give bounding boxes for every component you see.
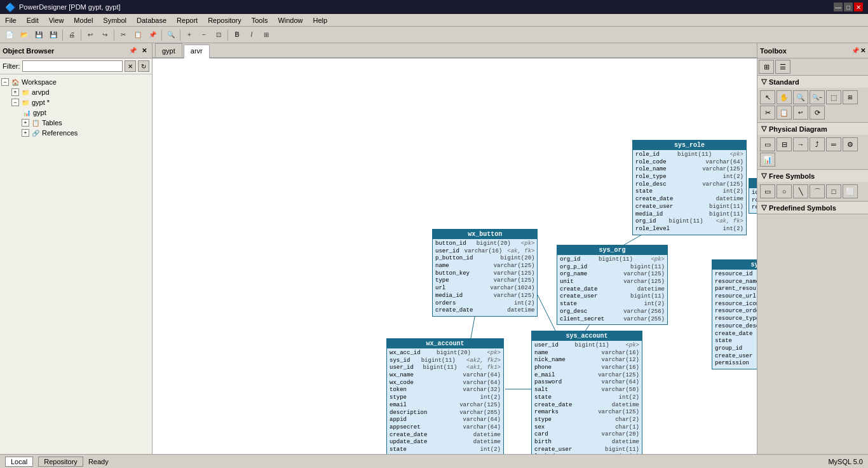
filter-input[interactable]: [22, 60, 123, 72]
tree-expand-tables[interactable]: +: [22, 119, 29, 127]
toolbox-section-standard-header[interactable]: ▽ Standard: [757, 76, 868, 88]
toolbox-list-view-button[interactable]: ☰: [775, 60, 790, 74]
tree-workspace[interactable]: − 🏠 Workspace: [1, 77, 151, 87]
menu-tools[interactable]: Tools: [247, 15, 273, 25]
filter-clear-button[interactable]: ✕: [125, 60, 136, 72]
toolbox-pin-button[interactable]: 📌: [851, 47, 859, 54]
menu-window[interactable]: Window: [273, 15, 308, 25]
tree-gypt[interactable]: − 📁 gypt *: [1, 97, 151, 107]
menu-view[interactable]: View: [44, 15, 69, 25]
tb-cut[interactable]: ✂: [116, 29, 130, 41]
table-sys-role-body: role_idbigint(11)<pk> role_codevarchar(6…: [633, 150, 746, 235]
tb-paste[interactable]: 📌: [146, 29, 159, 41]
tree-expand-references[interactable]: +: [22, 129, 29, 137]
ob-close-button[interactable]: ✕: [139, 46, 149, 56]
table-sys-role[interactable]: sys_role role_idbigint(11)<pk> role_code…: [632, 140, 747, 235]
tb-italic[interactable]: I: [245, 29, 259, 41]
toolbox-view-button[interactable]: ⊟: [776, 137, 792, 151]
toolbox-grid-view-button[interactable]: ⊞: [759, 60, 774, 74]
menu-model[interactable]: Model: [69, 15, 98, 25]
toolbox-zoom-in-button[interactable]: 🔍: [793, 90, 808, 104]
toolbox-zoom-out-button[interactable]: 🔍−: [810, 90, 825, 104]
tb-new[interactable]: 📄: [3, 29, 17, 41]
tree-expand-gypt[interactable]: −: [11, 99, 19, 106]
toolbox-fill-button[interactable]: ⬜: [843, 184, 858, 198]
toolbox-rounded-button[interactable]: □: [826, 184, 841, 198]
menu-report[interactable]: Report: [172, 15, 203, 25]
menu-file[interactable]: File: [0, 15, 22, 25]
toolbox-ref-button[interactable]: →: [793, 137, 808, 151]
tables-icon: 📋: [31, 118, 41, 127]
tb-open[interactable]: 📂: [17, 29, 31, 41]
toolbox-settings-button[interactable]: ⚙: [843, 137, 858, 151]
tb-zoom-out[interactable]: −: [197, 29, 211, 41]
tree-references[interactable]: + 🔗 References: [1, 128, 151, 138]
tb-find[interactable]: 🔍: [164, 29, 178, 41]
tree-expand-workspace[interactable]: −: [1, 78, 9, 86]
tb-bold[interactable]: B: [230, 29, 244, 41]
erd-row: user_idbigint(11)<pk>: [534, 342, 639, 350]
tb-print[interactable]: 🖨: [65, 29, 79, 41]
menu-repository[interactable]: Repository: [203, 15, 247, 25]
maximize-button[interactable]: □: [844, 3, 853, 11]
table-sys-org[interactable]: sys_org org_idbigint(11)<pk> org_p_idbig…: [557, 245, 668, 325]
tree-gypt-diagram[interactable]: 📊 gypt: [1, 107, 151, 118]
menu-help[interactable]: Help: [308, 15, 333, 25]
tab-gypt[interactable]: gypt: [155, 43, 182, 57]
erd-row: create_datedatetime: [390, 432, 501, 439]
toolbox-line-button[interactable]: ╲: [793, 184, 808, 198]
toolbox-link-button[interactable]: ⟳: [810, 106, 825, 120]
toolbox-rect-button[interactable]: ▭: [760, 184, 775, 198]
tab-arvr[interactable]: arvr: [184, 45, 210, 59]
tb-save-all[interactable]: 💾: [46, 29, 60, 41]
erd-row: org_idbigint(11)<pk>: [560, 256, 665, 264]
toolbox-arc-button[interactable]: ⌒: [810, 184, 825, 198]
toolbar-separator-4: [161, 29, 162, 41]
table-sys-resource[interactable]: sys_resource resource_idbigint(11)<pk> r…: [712, 259, 757, 369]
statusbar-repository-tab[interactable]: Repository: [38, 457, 83, 467]
tree-expand-arvpd[interactable]: +: [11, 88, 19, 96]
toolbox-section-physical-header[interactable]: ▽ Physical Diagram: [757, 123, 868, 135]
toolbox-zoom-sel-button[interactable]: ⬚: [826, 90, 841, 104]
erd-row: group_idint(2): [715, 345, 757, 353]
menu-symbol[interactable]: Symbol: [98, 15, 132, 25]
tb-undo[interactable]: ↩: [83, 29, 97, 41]
close-button[interactable]: ✕: [854, 3, 863, 11]
tb-zoom-in[interactable]: +: [182, 29, 196, 41]
title-controls[interactable]: — □ ✕: [834, 3, 863, 11]
menu-database[interactable]: Database: [132, 15, 172, 25]
toolbox-report-button[interactable]: 📊: [760, 153, 775, 167]
toolbox-copy-button[interactable]: 📋: [776, 106, 792, 120]
toolbox-section-predefined-header[interactable]: ▽ Predefined Symbols: [757, 202, 868, 214]
ob-pin-button[interactable]: 📌: [128, 46, 138, 56]
toolbox-hand-button[interactable]: ✋: [776, 90, 792, 104]
toolbox-zoom-all-button[interactable]: ⊞: [843, 90, 858, 104]
table-wx-button[interactable]: wx_button button_idbigint(20)<pk> user_i…: [432, 229, 538, 317]
toolbox-table-button[interactable]: ▭: [760, 137, 775, 151]
tb-save[interactable]: 💾: [32, 29, 46, 41]
tb-layout[interactable]: ⊞: [259, 29, 273, 41]
toolbox-circle-button[interactable]: ○: [776, 184, 792, 198]
toolbox-pointer-button[interactable]: ↖: [760, 90, 775, 104]
minimize-button[interactable]: —: [834, 3, 843, 11]
menu-edit[interactable]: Edit: [22, 15, 44, 25]
filter-refresh-button[interactable]: ↻: [138, 60, 149, 72]
toolbox-close-button[interactable]: ✕: [860, 47, 865, 54]
toolbox-cut-button[interactable]: ✂: [760, 106, 775, 120]
statusbar-status-text: Ready: [88, 458, 109, 465]
tb-redo[interactable]: ↪: [98, 29, 112, 41]
statusbar-local-tab[interactable]: Local: [5, 457, 33, 467]
tree-tables[interactable]: + 📋 Tables: [1, 118, 151, 128]
tb-copy[interactable]: 📋: [131, 29, 145, 41]
table-sys-role-resource-header: sys_role_resource: [749, 179, 757, 188]
canvas-scroll[interactable]: sys_role role_idbigint(11)<pk> role_code…: [153, 59, 757, 454]
tree-arvpd[interactable]: + 📁 arvpd: [1, 87, 151, 97]
table-sys-role-resource[interactable]: sys_role_resource idbigint(11)<pk> role_…: [749, 178, 757, 214]
table-wx-account[interactable]: wx_account wx_acc_idbigint(20)<pk> sys_i…: [386, 338, 504, 454]
toolbox-align-button[interactable]: ↩: [793, 106, 808, 120]
toolbox-section-free-header[interactable]: ▽ Free Symbols: [757, 170, 868, 182]
table-sys-account[interactable]: sys_account user_idbigint(11)<pk> nameva…: [531, 331, 642, 454]
tb-zoom-fit[interactable]: ⊡: [212, 29, 226, 41]
toolbox-view-ref-button[interactable]: ⤴: [810, 137, 825, 151]
toolbox-join-button[interactable]: ═: [826, 137, 841, 151]
